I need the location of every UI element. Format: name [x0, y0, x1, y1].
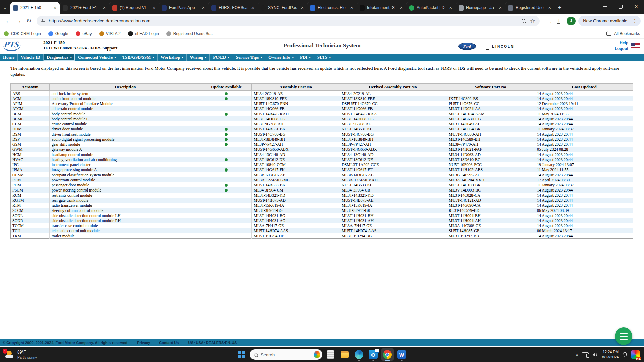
- table-row[interactable]: CCMcruise control moduleML3T-9G768-AHML3…: [11, 121, 633, 126]
- nav-item-vehicle-id[interactable]: Vehicle ID: [18, 54, 44, 61]
- help-link[interactable]: Help: [615, 40, 628, 46]
- nav-item-connected-vehicle[interactable]: Connected Vehicle▾: [75, 54, 119, 61]
- taskbar-outlook-icon[interactable]: O: [367, 348, 379, 361]
- table-row[interactable]: HCMheadlamp control moduleML34-13C148-AD…: [11, 152, 633, 157]
- table-row[interactable]: RGTMrear gate trunk moduleMU5T-14B673-AD…: [11, 198, 633, 203]
- nav-item-owner-info[interactable]: Owner Info▾: [265, 54, 297, 61]
- preview-app-icon[interactable]: PRE: [631, 350, 640, 359]
- nav-item-wiring[interactable]: Wiring▾: [187, 54, 210, 61]
- tab-close-icon[interactable]: ×: [53, 5, 57, 11]
- browser-tab[interactable]: (1) Request VI×: [109, 2, 159, 14]
- browser-tab[interactable]: 2021 F-150×: [10, 2, 60, 14]
- table-row[interactable]: GWMgateway module AMU5T-14G650-ABXMU5T-1…: [11, 147, 633, 152]
- bookmark-item[interactable]: VISTA 2: [99, 31, 121, 36]
- nav-item-service-tips[interactable]: Service Tips▾: [233, 54, 265, 61]
- column-header[interactable]: Description: [50, 84, 201, 91]
- tab-close-icon[interactable]: ×: [201, 5, 205, 11]
- table-row[interactable]: BCMbody control moduleMU5T-14B476-KADMU5…: [11, 111, 633, 116]
- profile-avatar[interactable]: J: [567, 17, 576, 25]
- taskbar-clock[interactable]: 12:24 PM 8/13/2024: [602, 349, 619, 360]
- table-row[interactable]: RTMradio transceiver moduleML3T-15K619-J…: [11, 203, 633, 208]
- table-row[interactable]: PDMpassenger door moduleMU5T-14B533-BKNU…: [11, 182, 633, 187]
- zoom-lens-icon[interactable]: [522, 19, 525, 23]
- nav-item-pc-ed[interactable]: PC/ED▾: [210, 54, 233, 61]
- table-row[interactable]: TRMtrailer moduleMU5T-19J294-DFML3T-19J2…: [11, 233, 633, 239]
- table-row[interactable]: OCSMoccupant classification system modul…: [11, 172, 633, 177]
- chat-widget-button[interactable]: [615, 327, 632, 345]
- table-row[interactable]: TCCMtransfer case control moduleML3A-7H4…: [11, 223, 633, 228]
- bookmark-item[interactable]: Google: [48, 31, 68, 36]
- table-row[interactable]: SCCMsteering column control moduleML3T-3…: [11, 208, 633, 213]
- footer-link-contact-us[interactable]: Contact Us: [159, 341, 179, 345]
- bookmark-item[interactable]: eLEAD Login: [128, 31, 159, 36]
- table-row[interactable]: TCUtelematic control unit moduleMU5T-14H…: [11, 228, 633, 233]
- browser-tab[interactable]: AutoiPacket | D×: [406, 2, 456, 14]
- bookmark-item[interactable]: CDK CRM Login: [4, 31, 41, 36]
- browser-tab[interactable]: Electronics, Ele×: [307, 2, 357, 14]
- taskbar-edge-icon[interactable]: [353, 348, 365, 361]
- bookmark-item[interactable]: Registered Users Si...: [166, 31, 213, 36]
- table-row[interactable]: IPMAimage processing module AML3T-14G647…: [11, 167, 633, 172]
- table-row[interactable]: PCMpowertrain control moduleML3A-12A650-…: [11, 177, 633, 182]
- reading-list-icon[interactable]: ≡♪: [542, 16, 553, 26]
- address-bar[interactable]: https://www.fordtechservice.dealerconnec…: [37, 16, 540, 26]
- site-info-icon[interactable]: [41, 20, 45, 22]
- column-header[interactable]: Acronym: [11, 84, 50, 91]
- notification-bell-icon[interactable]: [622, 352, 627, 357]
- nav-item-workshop[interactable]: Workshop▾: [158, 54, 187, 61]
- close-button[interactable]: ×: [628, 0, 644, 14]
- bookmark-star-icon[interactable]: ☆: [530, 18, 535, 24]
- table-row[interactable]: SODRside obstacle detection control modu…: [11, 218, 633, 223]
- tab-close-icon[interactable]: ×: [102, 5, 106, 11]
- table-row[interactable]: PSCMpower steering control moduleML34-3F…: [11, 187, 633, 193]
- reload-button[interactable]: ↻: [24, 16, 34, 26]
- tab-close-icon[interactable]: ×: [152, 5, 156, 11]
- taskbar-word-icon[interactable]: W: [396, 348, 408, 361]
- table-row[interactable]: HVACheating, ventilation and air conditi…: [11, 157, 633, 162]
- browser-tab[interactable]: FordPass App×: [159, 2, 208, 14]
- taskbar-chrome-icon[interactable]: [381, 348, 394, 361]
- browser-tab[interactable]: Registered Use×: [505, 2, 555, 14]
- bookmark-item[interactable]: eBay: [76, 31, 92, 36]
- column-header[interactable]: Software Part No.: [447, 84, 535, 91]
- table-row[interactable]: GSMgear shift moduleML3P-7P427-AHML3P-7P…: [11, 142, 633, 147]
- tab-close-icon[interactable]: ×: [300, 5, 304, 11]
- menu-kebab-icon[interactable]: ⋮: [631, 18, 639, 24]
- minimize-button[interactable]: [597, 0, 613, 14]
- tab-close-icon[interactable]: ×: [350, 5, 354, 11]
- table-row[interactable]: ABSanti-lock brake systemML34-2C219-AEML…: [11, 91, 633, 96]
- hidden-icons-chevron[interactable]: ∧: [576, 353, 578, 357]
- weather-widget[interactable]: 1 89°F Partly sunny: [0, 350, 82, 359]
- tab-close-icon[interactable]: ×: [498, 5, 502, 11]
- table-row[interactable]: DSMdriver front seat moduleMU5T-14C708-B…: [11, 132, 633, 137]
- nav-item-slts[interactable]: SLTS▾: [314, 54, 334, 61]
- browser-tab[interactable]: SYNC, FordPas×: [258, 2, 307, 14]
- table-row[interactable]: RCMrestraints control moduleML3T-14B321-…: [11, 193, 633, 198]
- taskbar-file-explorer-icon[interactable]: [339, 348, 351, 361]
- table-row[interactable]: APIMAccessory Protocol Interface ModuleM…: [11, 101, 633, 106]
- table-row[interactable]: SODLside obstacle detection control modu…: [11, 213, 633, 218]
- nav-item-pdi[interactable]: PDI▾: [297, 54, 314, 61]
- chrome-update-button[interactable]: New Chrome available ⋮: [578, 16, 641, 26]
- cast-device-icon[interactable]: [582, 352, 589, 357]
- table-row[interactable]: ACMaudio front control moduleML3T-18K810…: [11, 96, 633, 101]
- logout-link[interactable]: Logout: [615, 46, 628, 52]
- table-row[interactable]: IPCinstrument panel clusterML3T-10849-CC…: [11, 162, 633, 167]
- speaker-icon[interactable]: [592, 352, 598, 357]
- start-button[interactable]: [236, 348, 248, 361]
- taskbar-notepad-icon[interactable]: [324, 348, 337, 361]
- tab-close-icon[interactable]: ×: [449, 5, 453, 11]
- browser-tab[interactable]: Homepage - Ja×: [456, 2, 505, 14]
- maximize-button[interactable]: [613, 0, 628, 14]
- taskbar-search[interactable]: Search: [250, 349, 322, 360]
- browser-tab[interactable]: Infotainment, S×: [357, 2, 406, 14]
- nav-item-diagnostics[interactable]: Diagnostics▾: [44, 54, 75, 61]
- nav-item-tsb-gsb-ssm[interactable]: TSB/GSB/SSM▾: [119, 54, 158, 61]
- tab-close-icon[interactable]: ×: [399, 5, 403, 11]
- footer-link-privacy[interactable]: Privacy: [137, 341, 150, 345]
- column-header[interactable]: Derived Assembly Part No.: [340, 84, 447, 91]
- table-row[interactable]: BCMCbody control module CML3T-14D068-GGM…: [11, 116, 633, 121]
- browser-tab[interactable]: 2021+ Ford F1×: [60, 2, 109, 14]
- tab-search-button[interactable]: ⌄: [0, 2, 10, 14]
- tab-close-icon[interactable]: ×: [548, 5, 552, 11]
